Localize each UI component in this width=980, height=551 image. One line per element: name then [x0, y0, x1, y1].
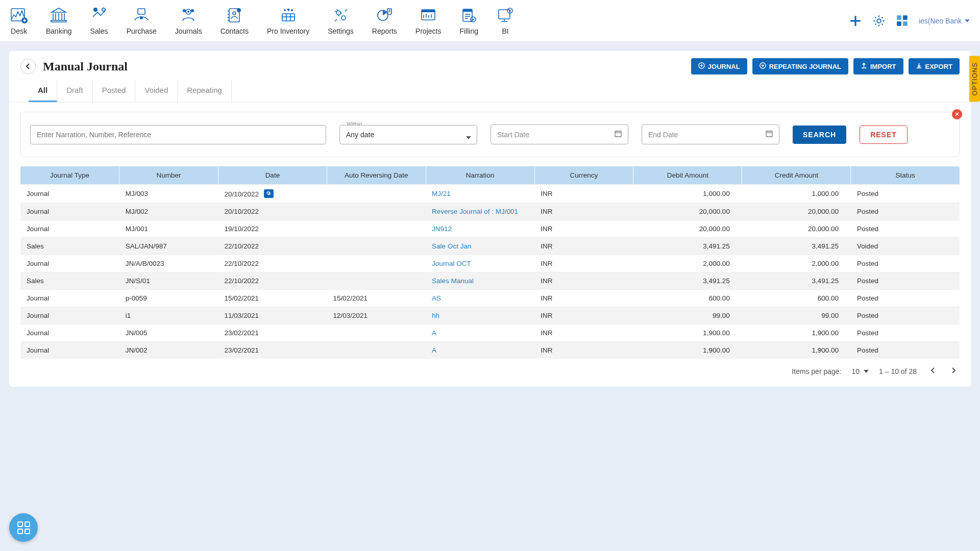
attachment-icon[interactable] — [264, 189, 274, 198]
back-button[interactable] — [20, 59, 36, 74]
cell-currency: INR — [534, 203, 633, 220]
cell-narration[interactable]: Reverse Journal of : MJ/001 — [426, 203, 534, 220]
table-row[interactable]: JournalJN/A/B/002322/10/2022 Journal OCT… — [20, 255, 960, 272]
nav-filling[interactable]: Filling — [459, 7, 478, 35]
search-button[interactable]: SEARCH — [793, 126, 846, 144]
cell-narration[interactable]: AS — [426, 290, 534, 307]
nav-journals[interactable]: Journals — [175, 7, 202, 35]
col-credit-amount[interactable]: Credit Amount — [742, 166, 851, 185]
nav-projects[interactable]: Projects — [415, 7, 442, 35]
col-debit-amount[interactable]: Debit Amount — [633, 166, 742, 185]
within-select[interactable]: Within Any date — [339, 125, 477, 144]
table-row[interactable]: JournalMJ/00119/10/2022 JN912INR20,000.0… — [20, 220, 960, 238]
apps-grid-icon[interactable] — [895, 14, 910, 28]
cell-narration[interactable]: hh — [426, 307, 534, 324]
calendar-icon — [766, 130, 773, 139]
col-auto-reversing-date[interactable]: Auto Reversing Date — [327, 166, 426, 185]
cell-currency: INR — [534, 324, 633, 342]
import-button[interactable]: IMPORT — [853, 58, 903, 74]
cell-narration[interactable]: Sale Oct Jan — [426, 238, 534, 255]
cell-debit: 1,900.00 — [633, 342, 742, 359]
col-status[interactable]: Status — [851, 166, 960, 185]
table-row[interactable]: JournalMJ/00220/10/2022 Reverse Journal … — [20, 203, 960, 220]
svg-point-13 — [102, 8, 105, 11]
plus-icon[interactable] — [848, 14, 863, 28]
nav-bi[interactable]: BI — [497, 7, 514, 35]
col-journal-type[interactable]: Journal Type — [20, 166, 119, 185]
tab-voided[interactable]: Voided — [135, 80, 178, 102]
narration-search-input[interactable] — [30, 125, 326, 144]
cell-type: Journal — [20, 342, 119, 359]
next-page-button[interactable] — [948, 366, 960, 377]
paginator: Items per page: 10 1 – 10 of 28 — [9, 359, 971, 387]
reset-button[interactable]: RESET — [860, 126, 908, 144]
tab-posted[interactable]: Posted — [93, 80, 136, 102]
plus-circle-icon — [760, 62, 766, 70]
start-date-input[interactable]: Start Date — [491, 124, 628, 144]
col-date[interactable]: Date — [218, 166, 327, 185]
cell-status: Posted — [851, 203, 960, 220]
cell-date: 20/10/2022 — [218, 203, 327, 220]
close-filter-button[interactable]: ✕ — [952, 109, 962, 119]
gear-icon[interactable] — [872, 14, 886, 28]
nav-journals-label: Journals — [175, 27, 202, 35]
options-side-tab[interactable]: OPTIONS — [969, 56, 980, 102]
cell-ard — [327, 220, 426, 238]
company-dropdown[interactable]: ies(Neo Bank — [919, 17, 970, 25]
cell-narration[interactable]: MJ/21 — [426, 185, 534, 203]
page-size-select[interactable]: 10 — [851, 367, 869, 375]
journal-button[interactable]: JOURNAL — [691, 58, 747, 74]
repeating-journal-button[interactable]: REPEATING JOURNAL — [752, 58, 848, 74]
nav-settings-label: Settings — [328, 27, 354, 35]
end-date-input[interactable]: End Date — [642, 124, 779, 144]
nav-reports[interactable]: Reports — [372, 7, 397, 35]
nav-sales[interactable]: $ Sales — [90, 7, 108, 35]
tab-draft[interactable]: Draft — [57, 80, 93, 102]
cell-narration[interactable]: JN912 — [426, 220, 534, 238]
cell-narration[interactable]: A — [426, 342, 534, 359]
cell-currency: INR — [534, 255, 633, 272]
plus-circle-icon — [698, 62, 705, 70]
cell-date: 19/10/2022 — [218, 220, 327, 238]
col-number[interactable]: Number — [119, 166, 218, 185]
export-button[interactable]: EXPORT — [909, 58, 960, 74]
nav-contacts[interactable]: Contacts — [220, 7, 249, 35]
table-row[interactable]: Journalp-005915/02/2021 15/02/2021ASINR6… — [20, 290, 960, 307]
table-row[interactable]: JournalJN/00523/02/2021 AINR1,900.001,90… — [20, 324, 960, 342]
nav-banking[interactable]: Banking — [46, 7, 72, 35]
cell-narration[interactable]: Journal OCT — [426, 255, 534, 272]
nav-sales-label: Sales — [90, 27, 108, 35]
cell-status: Posted — [851, 324, 960, 342]
nav-desk[interactable]: Desk — [10, 7, 28, 35]
cell-narration[interactable]: A — [426, 324, 534, 342]
svg-point-19 — [187, 11, 189, 13]
col-currency[interactable]: Currency — [534, 166, 633, 185]
table-row[interactable]: SalesSAL/JAN/98722/10/2022 Sale Oct JanI… — [20, 238, 960, 255]
nav-purchase[interactable]: Purchase — [127, 7, 157, 35]
table-row[interactable]: JournalJN/00223/02/2021 AINR1,900.001,90… — [20, 342, 960, 359]
cell-debit: 1,900.00 — [633, 324, 742, 342]
nav-settings[interactable]: Settings — [328, 7, 354, 35]
nav-proinventory[interactable]: Pro Inventory — [267, 7, 309, 35]
cell-status: Posted — [851, 185, 960, 203]
svg-rect-61 — [897, 21, 901, 26]
table-row[interactable]: SalesJN/S/0122/10/2022 Sales ManualINR3,… — [20, 272, 960, 290]
float-apps-button[interactable] — [9, 513, 38, 542]
svg-point-31 — [284, 9, 286, 11]
cell-number: JN/005 — [119, 324, 218, 342]
table-row[interactable]: JournalMJ/00320/10/2022 MJ/21INR1,000.00… — [20, 185, 960, 203]
nav-purchase-label: Purchase — [127, 27, 157, 35]
table-row[interactable]: Journali111/03/2021 12/03/2021hhINR99.00… — [20, 307, 960, 324]
cell-type: Journal — [20, 203, 119, 220]
tab-all[interactable]: All — [29, 80, 57, 102]
cell-type: Journal — [20, 307, 119, 324]
tab-repeating[interactable]: Repeating — [178, 80, 231, 102]
cell-ard: 12/03/2021 — [327, 307, 426, 324]
col-narration[interactable]: Narration — [426, 166, 534, 185]
cell-number: MJ/003 — [119, 185, 218, 203]
bi-icon — [497, 7, 514, 24]
cell-date: 15/02/2021 — [218, 290, 327, 307]
filter-bar: ✕ Within Any date Start Date End Date SE… — [20, 112, 960, 157]
prev-page-button[interactable] — [927, 366, 938, 377]
cell-narration[interactable]: Sales Manual — [426, 272, 534, 290]
